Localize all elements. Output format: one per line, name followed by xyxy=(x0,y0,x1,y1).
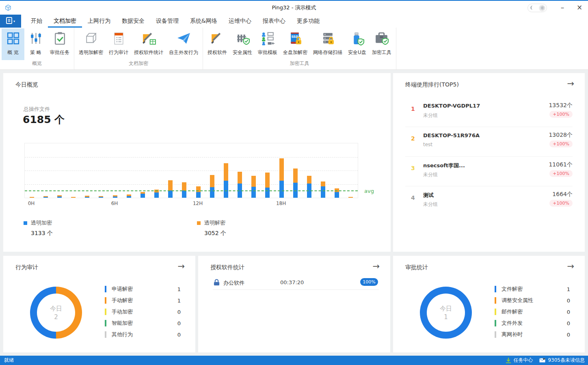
bar-21H xyxy=(321,181,325,198)
app-menu-button[interactable]: ▾ xyxy=(0,15,21,28)
ribbon-item-审批任务[interactable]: 审批任务 xyxy=(47,28,72,60)
tab-更多功能[interactable]: 更多功能 xyxy=(291,15,325,28)
legend-label: 文件外发 xyxy=(502,320,567,327)
x-tick-12H: 12H xyxy=(190,201,206,206)
bar-segment-透明加密 xyxy=(321,186,325,198)
file-count: 13532个 xyxy=(549,102,573,109)
legend-value: 1 xyxy=(567,286,570,292)
ribbon-item-加密工具[interactable]: 加密工具 xyxy=(369,28,394,60)
legend-item-透明解密: 透明解密3052 个 xyxy=(197,219,226,237)
x-tick-6H: 6H xyxy=(106,201,123,206)
approval-more-arrow[interactable] xyxy=(567,261,574,271)
top5-row-1[interactable]: 1DESKTOP-VGDPL17未分组13532个+100% xyxy=(405,97,573,127)
legend-label: 其他行为 xyxy=(112,331,177,338)
ribbon-item-安全U盘[interactable]: 安全U盘 xyxy=(345,28,369,60)
ribbon-item-概览[interactable]: 概 览 xyxy=(2,28,24,60)
bar-1H xyxy=(43,196,48,198)
legend-value: 3133 个 xyxy=(31,230,53,237)
donut-center-value: 1 xyxy=(444,313,448,321)
card-title: 行为审计 xyxy=(15,264,38,271)
legend-value: 0 xyxy=(177,320,181,326)
tab-开始[interactable]: 开始 xyxy=(25,15,48,28)
terminal-group: 未分组 xyxy=(423,112,438,119)
terminal-top5-card: 终端使用排行(TOP5) 1DESKTOP-VGDPL17未分组13532个+1… xyxy=(393,73,585,252)
legend-item-其他行为: 其他行为0 xyxy=(105,329,181,340)
download-icon xyxy=(506,358,511,363)
bar-4H xyxy=(85,196,89,198)
donut-center-value: 2 xyxy=(54,313,58,321)
chart-gridline xyxy=(25,171,358,171)
bar-7H xyxy=(127,194,131,198)
top5-row-4[interactable]: 4测试未分组1664个+100% xyxy=(405,186,573,216)
task-center-button[interactable]: 任务中心 xyxy=(506,357,533,364)
tab-上网行为[interactable]: 上网行为 xyxy=(82,15,116,28)
legend-label: 透明加密 xyxy=(31,219,52,227)
ribbon-item-行为审计[interactable]: 行为审计 xyxy=(106,28,131,60)
minimize-button[interactable]: – xyxy=(556,1,569,15)
light-mode-sun-icon[interactable] xyxy=(539,5,545,11)
dashboard-content: 今日概览 总操作文件 6185 个 avg 0H6H12H18H 透明加密313… xyxy=(0,70,588,356)
tab-系统&网络[interactable]: 系统&网络 xyxy=(184,15,223,28)
terminal-name: 测试 xyxy=(423,192,434,199)
top5-row-2[interactable]: 2DESKTOP-51R976Atest13028个+100% xyxy=(405,127,573,157)
top5-more-arrow[interactable] xyxy=(567,79,574,89)
software-more-arrow[interactable] xyxy=(372,261,380,271)
ribbon-item-label: 安全属性 xyxy=(233,49,252,56)
card-title: 今日概览 xyxy=(15,81,38,89)
legend-item-智能加密: 智能加密0 xyxy=(105,317,181,329)
close-button[interactable]: × xyxy=(573,1,586,15)
unread-messages-button[interactable]: 9305条未读信息 xyxy=(539,357,585,364)
ribbon-item-自主外发行为[interactable]: 自主外发行为 xyxy=(166,28,201,60)
ribbon-item-审批模板[interactable]: 审批模板 xyxy=(255,28,280,60)
ribbon-item-授权软件[interactable]: 授权软件 xyxy=(205,28,230,60)
legend-item-透明加密: 透明加密3133 个 xyxy=(24,219,53,237)
tab-运维中心[interactable]: 运维中心 xyxy=(223,15,257,28)
tab-文档加密[interactable]: 文档加密 xyxy=(48,15,82,28)
terminal-group: 未分组 xyxy=(423,171,438,178)
tab-报表中心[interactable]: 报表中心 xyxy=(257,15,291,28)
card-title: 授权软件统计 xyxy=(210,264,244,271)
ribbon-item-透明加解密[interactable]: 透明加解密 xyxy=(76,28,106,60)
bar-segment-透明加密 xyxy=(265,188,270,198)
ribbon-item-网络存储扫描[interactable]: 网络存储扫描 xyxy=(310,28,345,60)
legend-value: 1 xyxy=(177,286,181,292)
ribbon-item-全盘加解密[interactable]: SSD全盘加解密 xyxy=(280,28,310,60)
bar-segment-透明加密 xyxy=(335,192,339,198)
bar-segment-透明加密 xyxy=(99,197,103,198)
behavior-audit-card: 行为审计 今日2 申请解密1手动解密1手动加密0智能加密0其他行为0 xyxy=(3,256,195,352)
top5-row-3[interactable]: 3nsecsoft李国...未分组11061个+100% xyxy=(405,157,573,186)
ribbon-item-label: 审批模板 xyxy=(258,49,277,56)
briefcase-shield-icon xyxy=(374,31,389,48)
bar-5H xyxy=(99,196,103,198)
behavior-more-arrow[interactable] xyxy=(177,261,185,271)
bar-segment-透明解密 xyxy=(30,197,34,198)
rank-number: 4 xyxy=(411,194,415,201)
tab-数据安全[interactable]: 数据安全 xyxy=(116,15,150,28)
usage-duration: 00:37:20 xyxy=(280,279,304,285)
hourly-stacked-bar-chart: avg xyxy=(24,143,358,198)
top5-list: 1DESKTOP-VGDPL17未分组13532个+100%2DESKTOP-5… xyxy=(405,97,573,216)
theme-toggle[interactable] xyxy=(527,4,547,12)
ribbon-item-策略[interactable]: 策 略 xyxy=(24,28,47,60)
bar-0H xyxy=(30,197,34,198)
bar-segment-透明加密 xyxy=(210,187,214,198)
ribbon-item-授权软件统计[interactable]: 授权软件统计 xyxy=(131,28,166,60)
bar-10H xyxy=(168,180,173,198)
ribbon-item-label: 全盘加解密 xyxy=(283,49,307,56)
bar-segment-透明解密 xyxy=(113,195,117,197)
legend-value: 0 xyxy=(567,320,570,326)
dark-mode-moon-icon[interactable] xyxy=(529,4,534,12)
fence-shield-icon xyxy=(235,31,250,48)
usage-percent-badge: 100% xyxy=(360,278,378,286)
app-window: Ping32 - 演示模式 – × ▾ 开始文档加密上网行为数据安全设备管理系统… xyxy=(0,0,588,365)
tab-设备管理[interactable]: 设备管理 xyxy=(150,15,184,28)
status-bar: 就绪 任务中心 9305条未读信息 xyxy=(0,356,588,365)
donut-center-label: 今日 xyxy=(440,305,452,313)
software-row-办公软件[interactable]: 办公软件00:37:20100% xyxy=(213,276,379,290)
legend-label: 透明解密 xyxy=(204,219,225,227)
bar-13H xyxy=(210,175,214,198)
ribbon-item-安全属性[interactable]: 安全属性 xyxy=(230,28,255,60)
delta-badge: +100% xyxy=(549,200,573,207)
legend-item-文件外发: 文件外发0 xyxy=(495,317,570,329)
terminal-group: 未分组 xyxy=(423,201,438,208)
